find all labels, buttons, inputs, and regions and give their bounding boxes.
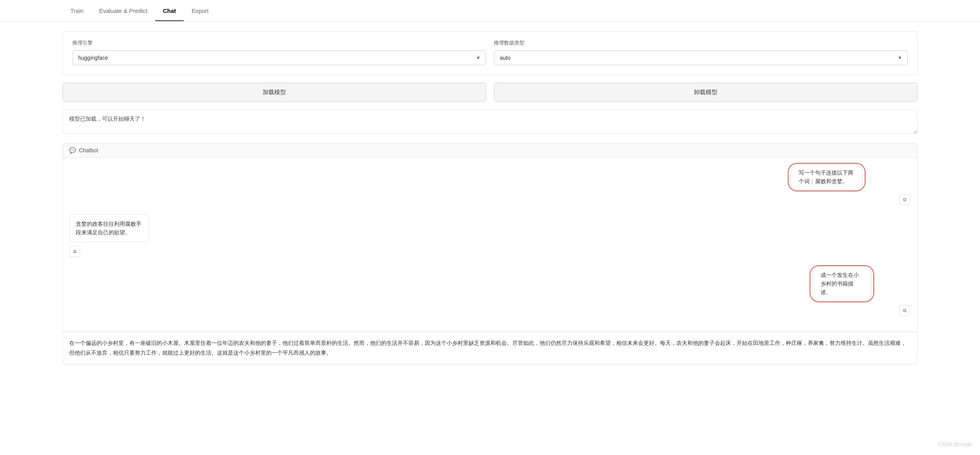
inference-dtype-label: 推理数据类型 (494, 39, 908, 46)
copy-button-user-1[interactable]: ⧉ (899, 194, 910, 205)
long-bot-message: 在一个偏远的小乡村里，有一座破旧的小木屋。木屋里住着一位年迈的农夫和他的妻子，他… (63, 332, 917, 364)
main-content: 推理引擎 huggingface vllm torch ▼ 推理数据类型 (0, 22, 980, 374)
copy-btn-row-user-2: ⧉ (812, 303, 911, 316)
config-row: 推理引擎 huggingface vllm torch ▼ 推理数据类型 (72, 39, 908, 65)
tab-evaluate[interactable]: Evaluate & Predict (91, 1, 155, 21)
inference-dtype-field: 推理数据类型 auto float16 float32 bfloat16 ▼ (494, 39, 908, 65)
copy-btn-row-bot-1: ⧉ (69, 244, 203, 257)
bot-bubble-1: 贪婪的政客往往利用腐败手段来满足自己的欲望。 (69, 214, 149, 242)
message-row-user-2: 成一个发生在小乡村的书籍描述。 ⧉ (69, 266, 911, 316)
copy-btn-row-user-1: ⧉ (790, 192, 911, 205)
tab-chat[interactable]: Chat (155, 1, 184, 21)
watermark: CSDN @magic (938, 441, 972, 447)
chatbot-icon: 💬 (69, 147, 76, 153)
app-container: Train Evaluate & Predict Chat Export 推理引… (0, 0, 980, 455)
inference-engine-select[interactable]: huggingface vllm torch (72, 50, 486, 65)
bot-text-1: 贪婪的政客往往利用腐败手段来满足自己的欲望。 (76, 221, 141, 236)
chatbot-header: 💬 Chatbot (63, 143, 917, 158)
inference-engine-label: 推理引擎 (72, 39, 486, 46)
unload-model-button[interactable]: 卸载模型 (494, 83, 917, 102)
action-buttons: 加载模型 卸载模型 (63, 83, 917, 102)
tabs-bar: Train Evaluate & Predict Chat Export (0, 0, 980, 22)
copy-button-bot-1[interactable]: ⧉ (69, 246, 80, 257)
message-row-user-1: 写一个句子连接以下两个词：腐败和贪婪。 ⧉ (69, 164, 911, 205)
chatbot-label: Chatbot (79, 147, 98, 153)
load-model-button[interactable]: 加载模型 (63, 83, 486, 102)
inference-dtype-wrapper: auto float16 float32 bfloat16 ▼ (494, 50, 908, 65)
tab-export[interactable]: Export (184, 1, 216, 21)
chat-messages[interactable]: 写一个句子连接以下两个词：腐败和贪婪。 ⧉ 贪婪的政客往往利用腐败手段来满足自己… (63, 158, 917, 332)
inference-engine-field: 推理引擎 huggingface vllm torch ▼ (72, 39, 486, 65)
long-bot-text: 在一个偏远的小乡村里，有一座破旧的小木屋。木屋里住着一位年迈的农夫和他的妻子，他… (69, 340, 906, 356)
config-section: 推理引擎 huggingface vllm torch ▼ 推理数据类型 (63, 31, 917, 75)
user-text-2: 成一个发生在小乡村的书籍描述。 (821, 272, 859, 296)
user-bubble-2: 成一个发生在小乡村的书籍描述。 (812, 266, 871, 301)
copy-button-user-2[interactable]: ⧉ (899, 305, 910, 316)
message-row-bot-1: 贪婪的政客往往利用腐败手段来满足自己的欲望。 ⧉ (69, 214, 911, 257)
status-textarea[interactable]: 模型已加载，可以开始聊天了！ (63, 110, 917, 134)
tab-train[interactable]: Train (63, 1, 91, 21)
chatbot-container: 💬 Chatbot 写一个句子连接以下两个词：腐败和贪婪。 ⧉ (63, 143, 917, 364)
inference-dtype-select[interactable]: auto float16 float32 bfloat16 (494, 50, 908, 65)
user-text-1: 写一个句子连接以下两个词：腐败和贪婪。 (799, 170, 853, 184)
user-bubble-1: 写一个句子连接以下两个词：腐败和贪婪。 (790, 164, 863, 190)
inference-engine-wrapper: huggingface vllm torch ▼ (72, 50, 486, 65)
